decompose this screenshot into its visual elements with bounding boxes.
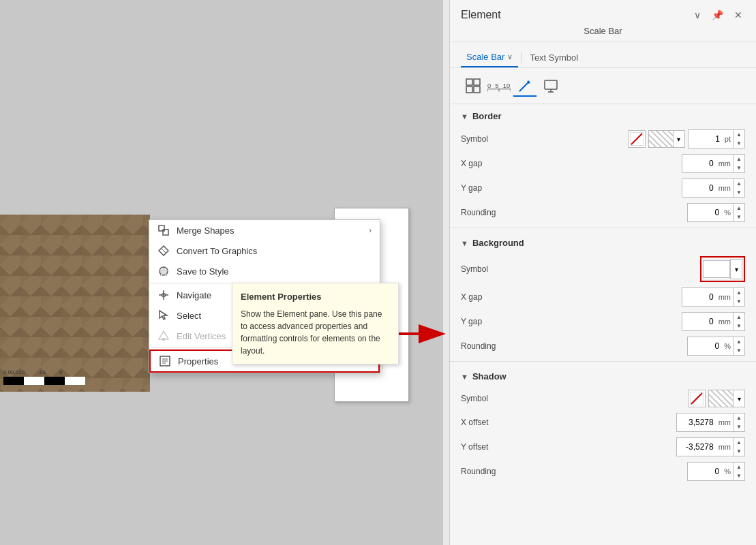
bg-ygap-value[interactable]	[682, 315, 716, 328]
border-rounding-row: Rounding % ▲ ▼	[450, 200, 756, 225]
bg-ygap-spin-down[interactable]: ▼	[734, 322, 744, 330]
menu-item-merge-shapes[interactable]: Merge Shapes ›	[149, 220, 380, 240]
svg-rect-17	[466, 79, 472, 85]
bg-xgap-unit: mm	[716, 293, 733, 301]
icon-tab-numbers[interactable]: 0 5 10	[487, 75, 511, 97]
bg-xgap-label: X gap	[461, 292, 515, 302]
panel-subtitle: Scale Bar	[461, 26, 745, 36]
section-header-border[interactable]: ▼ Border	[450, 104, 756, 127]
border-weight-spin-up[interactable]: ▲	[734, 130, 744, 139]
shadow-rounding-spin-up[interactable]: ▲	[734, 463, 744, 471]
tab-scale-bar[interactable]: Scale Bar ∨	[461, 48, 518, 67]
bg-ygap-spinners: ▲ ▼	[733, 313, 744, 330]
bg-xgap-input: mm ▲ ▼	[682, 287, 745, 307]
border-ygap-value[interactable]	[682, 182, 716, 194]
border-xgap-value[interactable]	[682, 157, 716, 170]
tooltip-body: Show the Element pane. Use this pane to …	[241, 308, 390, 357]
shadow-xoffset-spinners: ▲ ▼	[733, 414, 744, 431]
divider-bg-shadow	[450, 361, 756, 362]
border-xgap-spin-up[interactable]: ▲	[734, 155, 744, 164]
tab-divider	[521, 52, 521, 63]
shadow-pattern-dropdown-btn[interactable]: ▾	[733, 390, 745, 407]
shadow-xoffset-spin-up[interactable]: ▲	[734, 414, 744, 422]
shadow-yoffset-spin-up[interactable]: ▲	[734, 438, 744, 447]
save-style-icon	[157, 265, 170, 277]
border-pattern-btn[interactable]	[648, 130, 673, 148]
svg-rect-19	[466, 87, 472, 93]
border-symbol-slash[interactable]	[628, 130, 646, 148]
panel-content: ▼ Border Symbol ▾ pt	[450, 104, 756, 545]
svg-text:10: 10	[503, 82, 511, 89]
shadow-section-label: Shadow	[472, 371, 506, 382]
bg-symbol-dropdown-btn[interactable]: ▾	[730, 259, 742, 279]
menu-label-convert-graphics: Convert To Graphics	[177, 246, 372, 256]
scalebar-label-1: 0.00,010	[3, 369, 25, 375]
shadow-xoffset-value[interactable]	[677, 416, 716, 429]
shadow-symbol-controls: ▾	[688, 390, 745, 407]
border-xgap-spin-down[interactable]: ▼	[734, 164, 744, 172]
menu-item-save-style[interactable]: Save to Style	[149, 261, 380, 281]
section-header-background[interactable]: ▼ Background	[450, 231, 756, 253]
border-rounding-spin-up[interactable]: ▲	[734, 204, 744, 213]
shadow-symbol-slash[interactable]	[688, 390, 706, 407]
bg-rounding-spinners: ▲ ▼	[733, 337, 744, 355]
border-symbol-controls: ▾ pt ▲ ▼	[628, 129, 745, 149]
bg-ygap-controls: mm ▲ ▼	[682, 312, 745, 331]
bg-xgap-value[interactable]	[682, 291, 716, 303]
tab-text-symbol[interactable]: Text Symbol	[524, 48, 584, 67]
bg-xgap-spin-down[interactable]: ▼	[734, 297, 744, 306]
shadow-rounding-value[interactable]	[688, 465, 722, 478]
bg-symbol-controls: ▾	[700, 256, 745, 282]
scalebar-label-2: .01	[38, 369, 46, 375]
shadow-yoffset-value[interactable]	[677, 441, 716, 453]
border-ygap-input: mm ▲ ▼	[682, 178, 745, 198]
bg-xgap-spin-up[interactable]: ▲	[734, 288, 744, 297]
bg-rounding-spin-up[interactable]: ▲	[734, 337, 744, 346]
tab-text-symbol-label: Text Symbol	[530, 52, 578, 63]
icon-tab-style[interactable]	[461, 75, 485, 97]
bg-rounding-value[interactable]	[688, 340, 722, 352]
bg-symbol-row: Symbol ▾	[450, 253, 756, 285]
tooltip-title: Element Properties	[241, 290, 390, 304]
scalebar-strip	[3, 377, 85, 385]
bg-xgap-row: X gap mm ▲ ▼	[450, 285, 756, 309]
panel-close-btn[interactable]: ✕	[731, 8, 745, 22]
border-ygap-unit: mm	[716, 184, 733, 192]
bg-xgap-controls: mm ▲ ▼	[682, 287, 745, 307]
bg-ygap-input: mm ▲ ▼	[682, 312, 745, 331]
shadow-pattern-btn[interactable]	[708, 390, 733, 407]
shadow-rounding-spin-down[interactable]: ▼	[734, 471, 744, 480]
panel-chevron-btn[interactable]: ∨	[691, 8, 704, 22]
section-header-shadow[interactable]: ▼ Shadow	[450, 364, 756, 387]
bg-rounding-controls: % ▲ ▼	[687, 337, 745, 356]
border-rounding-value[interactable]	[688, 206, 722, 219]
border-ygap-spinners: ▲ ▼	[733, 179, 744, 197]
border-rounding-label: Rounding	[461, 208, 515, 217]
border-ygap-row: Y gap mm ▲ ▼	[450, 176, 756, 200]
bg-symbol-container: ▾	[700, 256, 745, 282]
border-pattern-dropdown-btn[interactable]: ▾	[673, 130, 685, 148]
panel-pin-btn[interactable]: 📌	[709, 8, 726, 22]
canvas-area: 0.00,010 .01 0 Merge Shapes › Conv	[0, 0, 443, 545]
border-weight-value[interactable]	[689, 133, 723, 145]
panel-title-bar: Element ∨ 📌 ✕	[461, 8, 745, 22]
border-weight-spin-down[interactable]: ▼	[734, 139, 744, 148]
icon-tab-display[interactable]	[539, 75, 563, 97]
map-image: 0.00,010 .01 0	[0, 215, 150, 392]
border-symbol-row: Symbol ▾ pt ▲ ▼	[450, 127, 756, 151]
shadow-yoffset-spin-down[interactable]: ▼	[734, 447, 744, 456]
shadow-xoffset-spin-down[interactable]: ▼	[734, 422, 744, 431]
bg-symbol-white[interactable]	[703, 260, 730, 278]
shadow-xoffset-input: mm ▲ ▼	[676, 413, 745, 432]
icon-tab-line-fill[interactable]	[513, 75, 537, 97]
bg-section-label: Background	[472, 238, 524, 248]
border-rounding-spin-down[interactable]: ▼	[734, 213, 744, 221]
border-ygap-spin-down[interactable]: ▼	[734, 188, 744, 197]
panel-title-text: Element	[461, 9, 501, 21]
menu-item-convert-graphics[interactable]: Convert To Graphics	[149, 240, 380, 261]
bg-ygap-spin-up[interactable]: ▲	[734, 313, 744, 322]
border-ygap-spin-up[interactable]: ▲	[734, 179, 744, 188]
shadow-yoffset-input: mm ▲ ▼	[676, 437, 745, 456]
shadow-xoffset-row: X offset mm ▲ ▼	[450, 410, 756, 435]
bg-rounding-spin-down[interactable]: ▼	[734, 346, 744, 355]
